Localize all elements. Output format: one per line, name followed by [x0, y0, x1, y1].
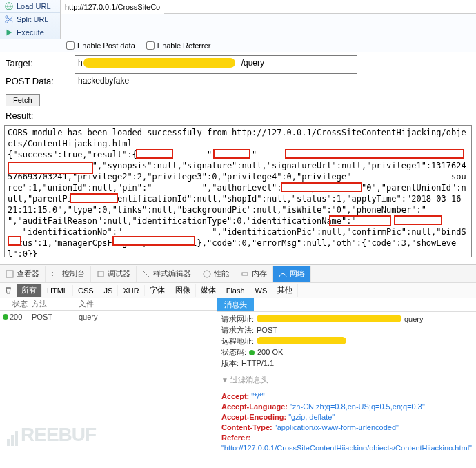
enable-referrer-label: Enable Referrer	[157, 41, 211, 50]
style-icon	[142, 270, 150, 278]
remote-addr-value	[257, 335, 360, 347]
tab-inspector[interactable]: 查看器	[0, 266, 46, 282]
post-data-label: POST Data:	[6, 76, 75, 86]
debugger-icon	[97, 270, 105, 278]
redaction-box	[8, 162, 93, 174]
target-prefix: h	[78, 58, 83, 68]
row-method: POST	[32, 313, 79, 321]
result-text: CORS module has been loaded successfuly …	[8, 128, 472, 257]
load-url-button[interactable]: Load URL	[0, 0, 60, 13]
hackbar-options: Enable Post data Enable Referrer	[0, 39, 476, 52]
memory-icon	[241, 270, 249, 278]
redaction-box	[213, 149, 250, 159]
twisty-icon: ▼	[221, 376, 228, 384]
version-key: 版本:	[221, 358, 239, 369]
perf-icon	[203, 270, 211, 278]
filter-other[interactable]: 其他	[272, 284, 298, 297]
filter-css[interactable]: CSS	[73, 285, 99, 296]
filter-all[interactable]: 所有	[17, 284, 42, 297]
redaction-box	[394, 215, 442, 225]
row-status: 200	[10, 313, 32, 321]
redaction-box	[136, 149, 173, 159]
svg-point-1	[6, 16, 8, 19]
filter-ws[interactable]: WS	[250, 285, 273, 296]
col-status: 状态	[0, 299, 32, 309]
svg-rect-4	[98, 271, 103, 277]
col-method: 方法	[32, 299, 79, 309]
request-row[interactable]: 200 POST query	[0, 311, 217, 323]
redaction-mask	[257, 337, 346, 344]
status-dot-icon	[3, 314, 8, 320]
filter-headers-input[interactable]: ▼过滤消息头	[221, 373, 472, 387]
highlight-box	[329, 215, 391, 226]
inspector-icon	[6, 270, 14, 278]
status-code-key: 状态码:	[221, 347, 246, 358]
filter-xhr[interactable]: XHR	[118, 285, 144, 296]
header-row: Accept-Language: "zh-CN,zh;q=0.8,en-US;q…	[221, 402, 472, 412]
scissors-icon	[4, 14, 14, 24]
devtools-panel: 查看器 控制台 调试器 样式编辑器 性能 内存 网络 所有 HTML CSS J…	[0, 264, 476, 450]
tab-headers[interactable]: 消息头	[217, 298, 254, 311]
filter-font[interactable]: 字体	[145, 284, 170, 297]
target-suffix: /query	[241, 58, 264, 68]
console-icon	[51, 270, 59, 278]
header-row: Accept: "*/*"	[221, 391, 472, 402]
tab-style[interactable]: 样式编辑器	[137, 266, 197, 282]
post-data-input[interactable]	[75, 73, 357, 88]
filter-js[interactable]: JS	[99, 285, 119, 296]
header-row: Referer: "http://127.0.0.1/CrossSiteCont…	[221, 433, 472, 450]
clear-button[interactable]	[0, 284, 17, 297]
header-row: Content-Type: "application/x-www-form-ur…	[221, 422, 472, 433]
fetch-button[interactable]: Fetch	[6, 94, 40, 106]
target-input[interactable]: h /query	[75, 55, 357, 70]
filter-image[interactable]: 图像	[170, 284, 196, 297]
play-icon	[4, 28, 14, 37]
req-url-key: 请求网址:	[221, 313, 254, 324]
remote-addr-key: 远程地址:	[221, 335, 254, 347]
tab-network[interactable]: 网络	[273, 266, 311, 282]
result-label: Result:	[6, 110, 470, 121]
req-url-value: query	[257, 313, 436, 324]
devtools-tabs: 查看器 控制台 调试器 样式编辑器 性能 内存 网络	[0, 265, 476, 283]
redaction-box	[8, 236, 21, 246]
enable-referrer-checkbox[interactable]: Enable Referrer	[146, 41, 211, 50]
status-code-value: 200 OK	[249, 347, 283, 358]
url-input[interactable]	[61, 0, 164, 14]
req-method-key: 请求方法:	[221, 324, 254, 335]
redaction-box	[281, 182, 362, 192]
req-method-value: POST	[257, 324, 277, 335]
request-list-header: 状态 方法 文件	[0, 298, 217, 311]
header-row: Accept-Encoding: "gzip, deflate"	[221, 412, 472, 422]
load-url-label: Load URL	[17, 2, 51, 10]
tab-memory[interactable]: 内存	[235, 266, 273, 282]
redaction-box	[285, 149, 464, 159]
tab-performance[interactable]: 性能	[197, 266, 235, 282]
split-url-label: Split URL	[17, 15, 48, 23]
headers-pane: 请求网址: query 请求方法:POST 远程地址: 状态码:200 OK 版…	[217, 312, 476, 450]
result-output[interactable]: CORS module has been loaded successfuly …	[4, 125, 472, 257]
redaction-box	[70, 193, 118, 203]
split-url-button[interactable]: Split URL	[0, 13, 60, 26]
request-list: 状态 方法 文件 200 POST query REEBUF	[0, 298, 217, 450]
col-file: 文件	[79, 299, 217, 309]
version-value: HTTP/1.1	[241, 358, 274, 369]
execute-button[interactable]: Execute	[0, 26, 60, 39]
enable-post-label: Enable Post data	[77, 41, 135, 50]
tab-debugger[interactable]: 调试器	[91, 266, 137, 282]
svg-rect-6	[242, 273, 248, 275]
globe-icon	[4, 1, 14, 11]
svg-point-5	[204, 271, 210, 277]
filter-flash[interactable]: Flash	[221, 285, 250, 296]
filter-media[interactable]: 媒体	[196, 284, 221, 297]
watermark: REEBUF	[7, 424, 96, 446]
tab-console[interactable]: 控制台	[46, 266, 91, 282]
hackbar-actions: Load URL Split URL Execute	[0, 0, 61, 39]
request-detail: 消息头 请求网址: query 请求方法:POST 远程地址: 状态码:200 …	[217, 298, 476, 450]
filter-html[interactable]: HTML	[42, 285, 73, 296]
network-body: 状态 方法 文件 200 POST query REEBUF 消息头 请求网址:	[0, 298, 476, 450]
network-icon	[279, 270, 287, 278]
enable-post-checkbox[interactable]: Enable Post data	[66, 41, 135, 50]
redaction-mask	[83, 58, 235, 68]
execute-label: Execute	[17, 28, 44, 37]
status-dot-icon	[249, 350, 255, 355]
